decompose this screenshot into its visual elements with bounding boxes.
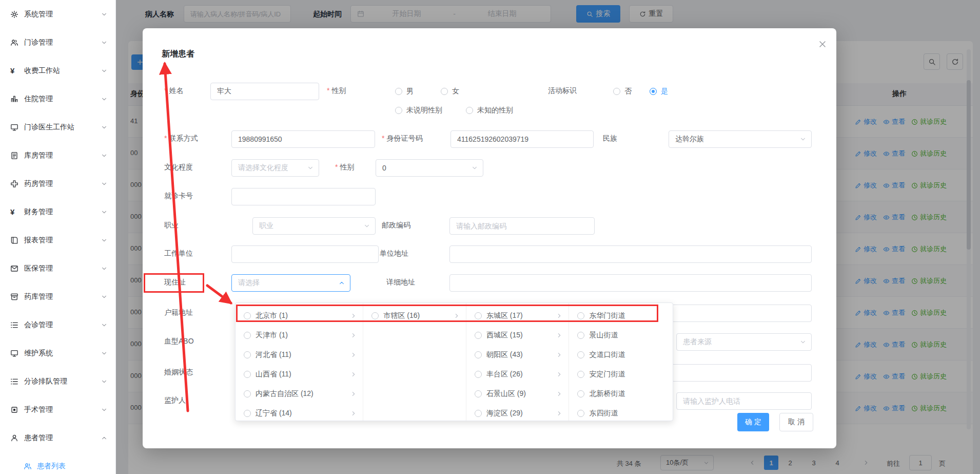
- guardian-phone-input[interactable]: [676, 392, 812, 410]
- radio-icon: [441, 88, 448, 95]
- active-flag-radio-no[interactable]: 否: [613, 87, 632, 96]
- chevron-down-icon: [307, 165, 313, 171]
- detail-address-input[interactable]: [449, 274, 812, 292]
- sidebar-item-label: 住院管理: [24, 94, 53, 104]
- sidebar-item-label: 医保管理: [24, 264, 53, 273]
- education-select[interactable]: 请选择文化程度: [231, 159, 319, 177]
- sidebar-item-charging-station[interactable]: ¥ 收费工作站: [0, 56, 115, 85]
- cascader-option[interactable]: 山西省 (11): [236, 365, 363, 384]
- cascader-option[interactable]: 朝阳区 (43): [466, 345, 569, 365]
- sidebar-item-outpatient-doctor[interactable]: 门诊医生工作站: [0, 113, 115, 141]
- current-address-select[interactable]: 请选择: [231, 274, 350, 292]
- work-unit-label: 工作单位: [164, 249, 193, 258]
- radio-icon: [395, 88, 402, 95]
- address-cascader-panel: 北京市 (1) 天津市 (1) 河北省 (11) 山西省 (11) 内蒙古自治区…: [235, 302, 673, 421]
- sidebar-item-label: 分诊排队管理: [24, 377, 67, 386]
- cascader-option[interactable]: 辽宁省 (14): [236, 404, 363, 421]
- cascader-district-column: 东城区 (17) 西城区 (15) 朝阳区 (43) 丰台区 (26) 石景山区…: [466, 303, 570, 421]
- sidebar-item-reports[interactable]: 报表管理: [0, 226, 115, 254]
- sidebar-item-patient-mgmt[interactable]: 患者管理: [0, 424, 115, 452]
- contact-label: *联系方式: [164, 134, 198, 143]
- cascader-option[interactable]: 北京市 (1): [236, 306, 363, 326]
- cascader-option[interactable]: 天津市 (1): [236, 326, 363, 345]
- cascader-option[interactable]: 东城区 (17): [466, 306, 569, 326]
- name-input[interactable]: [210, 83, 319, 100]
- sidebar-item-inpatient[interactable]: 住院管理: [0, 85, 115, 113]
- chevron-down-icon: [101, 96, 107, 102]
- occupation-select[interactable]: 职业: [252, 217, 376, 235]
- detail-address-label: 详细地址: [386, 278, 415, 287]
- gender2-value: 0: [382, 164, 386, 172]
- cascader-option[interactable]: 景山街道: [569, 326, 673, 345]
- cascader-option[interactable]: 石景山区 (9): [466, 384, 569, 404]
- id-number-input[interactable]: [450, 130, 594, 148]
- postcode-input[interactable]: [449, 217, 595, 235]
- cascader-option[interactable]: 西城区 (15): [466, 326, 569, 345]
- sidebar-item-system[interactable]: 系统管理: [0, 0, 115, 28]
- radio-icon: [395, 107, 402, 114]
- gear-icon: [10, 10, 18, 18]
- sidebar-item-outpatient[interactable]: 门诊管理: [0, 28, 115, 56]
- active-flag-radio-yes[interactable]: 是: [650, 87, 668, 96]
- cascader-option[interactable]: 安定门街道: [569, 365, 673, 384]
- contact-input[interactable]: [231, 130, 375, 148]
- cancel-button[interactable]: 取 消: [779, 413, 813, 431]
- sidebar-item-label: 库房管理: [24, 151, 53, 160]
- gender-radio-female[interactable]: 女: [441, 87, 459, 96]
- gender-radio-male[interactable]: 男: [395, 87, 414, 96]
- current-address-placeholder: 请选择: [238, 278, 260, 288]
- unit-address-label: 单位地址: [380, 249, 408, 258]
- bar-chart-icon: [10, 95, 18, 103]
- radio-icon: [577, 332, 584, 339]
- people-icon: [10, 39, 18, 47]
- sidebar-item-maintenance[interactable]: 维护系统: [0, 339, 115, 367]
- chevron-down-icon: [101, 181, 107, 187]
- radio-icon: [475, 312, 482, 319]
- household-address-label: 户籍地址: [164, 308, 193, 317]
- cascader-option[interactable]: 东四街道: [569, 404, 673, 421]
- chevron-down-icon: [101, 350, 107, 356]
- patient-source-select[interactable]: 患者来源: [676, 333, 812, 351]
- sidebar-item-surgery[interactable]: 手术管理: [0, 395, 115, 424]
- cascader-option[interactable]: 内蒙古自治区 (12): [236, 384, 363, 404]
- education-label: 文化程度: [164, 163, 193, 172]
- sidebar-item-label: 患者管理: [24, 433, 53, 443]
- cascader-option[interactable]: 北新桥街道: [569, 384, 673, 404]
- sidebar-item-triage-queue[interactable]: 分诊排队管理: [0, 367, 115, 395]
- ethnic-select[interactable]: 达斡尔族: [669, 130, 812, 148]
- radio-icon: [244, 410, 251, 417]
- radio-icon: [371, 312, 379, 319]
- sidebar-item-finance[interactable]: ¥ 财务管理: [0, 198, 115, 226]
- sidebar-item-insurance[interactable]: 医保管理: [0, 254, 115, 282]
- unit-address-input[interactable]: [449, 245, 812, 263]
- cascader-option[interactable]: 海淀区 (29): [466, 404, 569, 421]
- close-icon[interactable]: [816, 37, 829, 51]
- sidebar-item-label: 手术管理: [24, 405, 53, 414]
- list-icon: [10, 321, 18, 329]
- work-unit-input[interactable]: [231, 245, 379, 263]
- sidebar-item-consultation[interactable]: 会诊管理: [0, 311, 115, 339]
- confirm-button[interactable]: 确 定: [737, 413, 769, 431]
- cascader-option[interactable]: 东华门街道: [569, 306, 673, 326]
- gender-radio-unknown[interactable]: 未知的性别: [466, 106, 513, 115]
- sidebar-item-label: 维护系统: [24, 349, 53, 358]
- cascader-option[interactable]: 交道口街道: [569, 345, 673, 365]
- card-no-input[interactable]: [231, 188, 376, 205]
- gender-radio-unstated[interactable]: 未说明性别: [395, 106, 442, 115]
- radio-icon: [244, 312, 251, 319]
- sidebar-item-label: 药库管理: [24, 292, 53, 301]
- cascader-option[interactable]: 市辖区 (16): [363, 306, 466, 326]
- sidebar-item-drug-store[interactable]: 药库管理: [0, 282, 115, 311]
- square-icon: [10, 406, 18, 414]
- id-number-label: *身份证号码: [382, 134, 422, 143]
- sidebar-item-warehouse[interactable]: 库房管理: [0, 141, 115, 169]
- sidebar-item-pharmacy[interactable]: 药房管理: [0, 169, 115, 198]
- radio-icon: [577, 371, 584, 378]
- cascader-option[interactable]: 河北省 (11): [236, 345, 363, 365]
- cascader-option[interactable]: 丰台区 (26): [466, 365, 569, 384]
- chevron-down-icon: [800, 136, 806, 142]
- sidebar-item-patient-list[interactable]: 患者列表: [0, 452, 115, 474]
- chevron-down-icon: [472, 165, 478, 171]
- gender2-select[interactable]: 0: [376, 159, 483, 177]
- radio-icon: [577, 390, 584, 397]
